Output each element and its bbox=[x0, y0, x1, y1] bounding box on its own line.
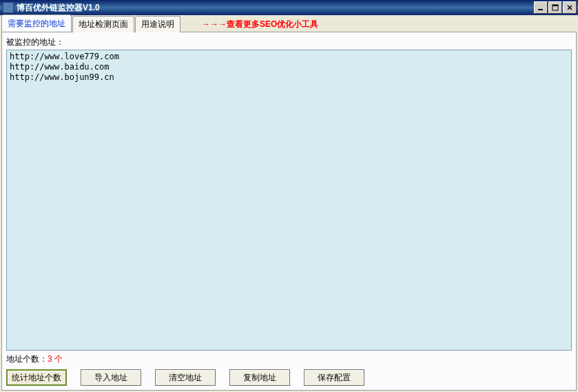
count-label: 地址个数： bbox=[6, 354, 48, 364]
svg-rect-2 bbox=[553, 5, 558, 6]
tab-monitor-addresses[interactable]: 需要监控的地址 bbox=[1, 14, 72, 32]
stat-button[interactable]: 统计地址个数 bbox=[6, 369, 67, 386]
minimize-button[interactable] bbox=[534, 1, 548, 14]
maximize-button[interactable] bbox=[548, 1, 562, 14]
tab-panel: 被监控的地址： 地址个数：3 个 统计地址个数 导入地址 清空地址 复制地址 保… bbox=[1, 32, 577, 391]
app-icon bbox=[3, 2, 14, 13]
tab-detection-page[interactable]: 地址检测页面 bbox=[72, 16, 134, 32]
window-controls bbox=[534, 1, 577, 14]
button-row: 统计地址个数 导入地址 清空地址 复制地址 保存配置 bbox=[6, 369, 572, 386]
list-label: 被监控的地址： bbox=[6, 37, 572, 48]
save-button[interactable]: 保存配置 bbox=[304, 369, 364, 386]
address-textarea-wrap bbox=[6, 50, 572, 351]
copy-button[interactable]: 复制地址 bbox=[229, 369, 290, 386]
import-button[interactable]: 导入地址 bbox=[81, 369, 141, 386]
clear-button[interactable]: 清空地址 bbox=[155, 369, 216, 386]
count-row: 地址个数：3 个 bbox=[6, 353, 572, 365]
svg-rect-0 bbox=[538, 9, 543, 10]
close-button[interactable] bbox=[563, 1, 577, 14]
titlebar: 博百优外链监控器V1.0 bbox=[0, 0, 578, 15]
count-value: 3 个 bbox=[48, 354, 63, 364]
client-area: 需要监控的地址 地址检测页面 用途说明 →→→查看更多SEO优化小工具 被监控的… bbox=[0, 15, 578, 392]
tab-row: 需要监控的地址 地址检测页面 用途说明 →→→查看更多SEO优化小工具 bbox=[1, 17, 577, 32]
promo-link[interactable]: →→→查看更多SEO优化小工具 bbox=[202, 19, 318, 30]
tab-usage[interactable]: 用途说明 bbox=[135, 16, 180, 32]
window-title: 博百优外链监控器V1.0 bbox=[17, 2, 100, 14]
address-textarea[interactable] bbox=[7, 50, 571, 350]
